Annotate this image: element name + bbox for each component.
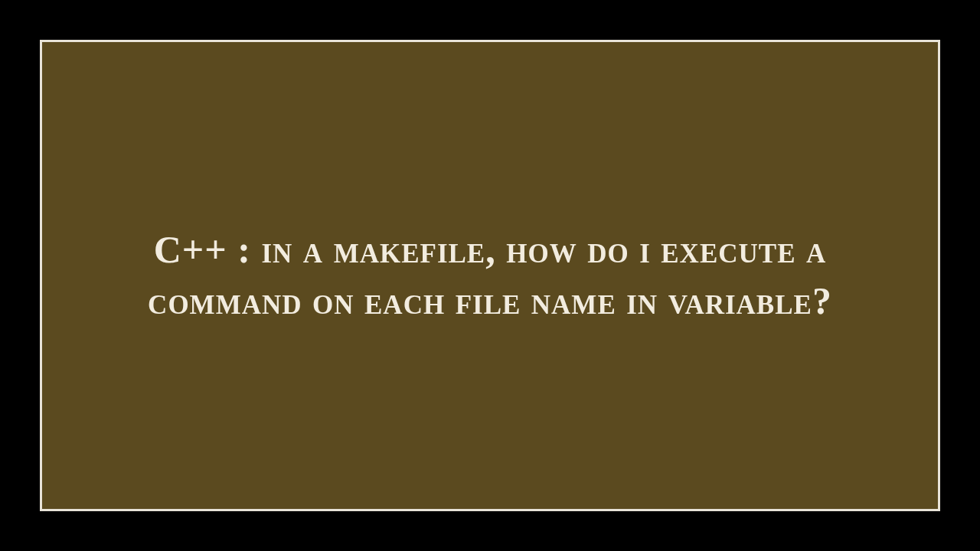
title-card: C++ : In a makefile, how do I execute a … bbox=[40, 40, 940, 511]
title-text: C++ : In a makefile, how do I execute a … bbox=[107, 224, 873, 328]
